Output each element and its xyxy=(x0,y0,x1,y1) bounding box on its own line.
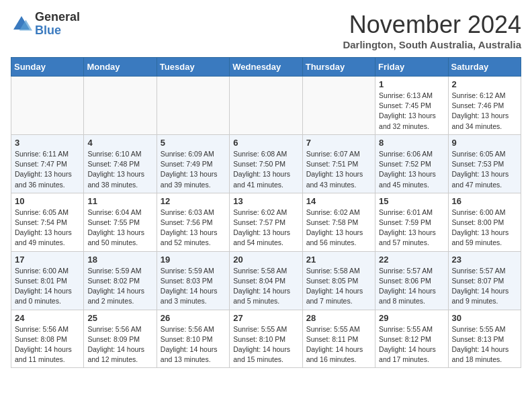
calendar-cell: 27Sunrise: 5:55 AMSunset: 8:10 PMDayligh… xyxy=(230,310,302,368)
calendar-table: SundayMondayTuesdayWednesdayThursdayFrid… xyxy=(11,57,521,368)
calendar-cell: 19Sunrise: 5:59 AMSunset: 8:03 PMDayligh… xyxy=(157,251,229,310)
day-number: 14 xyxy=(306,196,371,206)
day-number: 22 xyxy=(379,255,444,265)
weekday-header: Thursday xyxy=(302,58,375,77)
day-number: 18 xyxy=(87,255,152,265)
day-info: Sunrise: 6:12 AMSunset: 7:46 PMDaylight:… xyxy=(452,91,517,132)
day-info: Sunrise: 6:08 AMSunset: 7:50 PMDaylight:… xyxy=(233,149,298,190)
day-info: Sunrise: 5:56 AMSunset: 8:08 PMDaylight:… xyxy=(15,324,80,365)
calendar-week-row: 1Sunrise: 6:13 AMSunset: 7:45 PMDaylight… xyxy=(11,77,521,135)
day-number: 13 xyxy=(233,196,298,206)
calendar-cell: 8Sunrise: 6:06 AMSunset: 7:52 PMDaylight… xyxy=(375,134,448,193)
calendar-week-row: 3Sunrise: 6:11 AMSunset: 7:47 PMDaylight… xyxy=(11,134,521,193)
weekday-header: Monday xyxy=(84,58,157,77)
weekday-header: Friday xyxy=(375,58,448,77)
day-info: Sunrise: 5:55 AMSunset: 8:13 PMDaylight:… xyxy=(452,324,517,365)
day-info: Sunrise: 6:07 AMSunset: 7:51 PMDaylight:… xyxy=(306,149,371,190)
logo-general: General xyxy=(35,11,80,24)
day-number: 21 xyxy=(306,255,371,265)
day-number: 17 xyxy=(15,255,80,265)
day-info: Sunrise: 5:55 AMSunset: 8:10 PMDaylight:… xyxy=(233,324,298,365)
day-number: 28 xyxy=(306,313,371,323)
calendar-cell xyxy=(11,77,84,135)
logo: General Blue xyxy=(11,11,80,38)
calendar-cell: 11Sunrise: 6:04 AMSunset: 7:55 PMDayligh… xyxy=(84,193,157,251)
weekday-header: Sunday xyxy=(11,58,84,77)
weekday-header: Wednesday xyxy=(230,58,302,77)
day-number: 23 xyxy=(452,255,517,265)
day-number: 4 xyxy=(87,138,152,148)
day-number: 11 xyxy=(87,196,152,206)
calendar-cell: 25Sunrise: 5:56 AMSunset: 8:09 PMDayligh… xyxy=(84,310,157,368)
day-number: 9 xyxy=(452,138,517,148)
day-info: Sunrise: 5:58 AMSunset: 8:04 PMDaylight:… xyxy=(233,266,298,307)
logo-icon xyxy=(11,13,32,35)
calendar-cell: 12Sunrise: 6:03 AMSunset: 7:56 PMDayligh… xyxy=(157,193,229,251)
day-info: Sunrise: 6:03 AMSunset: 7:56 PMDaylight:… xyxy=(161,208,226,248)
calendar-week-row: 24Sunrise: 5:56 AMSunset: 8:08 PMDayligh… xyxy=(11,310,521,368)
calendar-cell: 17Sunrise: 6:00 AMSunset: 8:01 PMDayligh… xyxy=(11,251,84,310)
day-info: Sunrise: 6:05 AMSunset: 7:53 PMDaylight:… xyxy=(452,149,517,190)
weekday-header: Saturday xyxy=(448,58,521,77)
calendar-cell: 26Sunrise: 5:56 AMSunset: 8:10 PMDayligh… xyxy=(157,310,229,368)
day-info: Sunrise: 6:02 AMSunset: 7:58 PMDaylight:… xyxy=(306,208,371,248)
day-number: 16 xyxy=(452,196,517,206)
day-number: 30 xyxy=(452,313,517,323)
calendar-cell: 28Sunrise: 5:55 AMSunset: 8:11 PMDayligh… xyxy=(302,310,375,368)
day-info: Sunrise: 5:55 AMSunset: 8:12 PMDaylight:… xyxy=(379,324,444,365)
day-info: Sunrise: 5:55 AMSunset: 8:11 PMDaylight:… xyxy=(306,324,371,365)
day-info: Sunrise: 5:57 AMSunset: 8:07 PMDaylight:… xyxy=(452,266,517,307)
calendar-cell: 14Sunrise: 6:02 AMSunset: 7:58 PMDayligh… xyxy=(302,193,375,251)
day-number: 12 xyxy=(161,196,226,206)
calendar-cell: 21Sunrise: 5:58 AMSunset: 8:05 PMDayligh… xyxy=(302,251,375,310)
day-number: 7 xyxy=(306,138,371,148)
title-block: November 2024 Darlington, South Australi… xyxy=(343,11,521,50)
day-info: Sunrise: 5:56 AMSunset: 8:10 PMDaylight:… xyxy=(161,324,226,365)
calendar-cell: 4Sunrise: 6:10 AMSunset: 7:48 PMDaylight… xyxy=(84,134,157,193)
page-header: General Blue November 2024 Darlington, S… xyxy=(11,11,521,50)
day-info: Sunrise: 6:06 AMSunset: 7:52 PMDaylight:… xyxy=(379,149,444,190)
calendar-cell: 29Sunrise: 5:55 AMSunset: 8:12 PMDayligh… xyxy=(375,310,448,368)
calendar-cell: 2Sunrise: 6:12 AMSunset: 7:46 PMDaylight… xyxy=(448,77,521,135)
calendar-cell xyxy=(230,77,302,135)
calendar-week-row: 10Sunrise: 6:05 AMSunset: 7:54 PMDayligh… xyxy=(11,193,521,251)
day-number: 8 xyxy=(379,138,444,148)
day-number: 29 xyxy=(379,313,444,323)
day-info: Sunrise: 6:05 AMSunset: 7:54 PMDaylight:… xyxy=(15,208,80,248)
calendar-cell: 20Sunrise: 5:58 AMSunset: 8:04 PMDayligh… xyxy=(230,251,302,310)
day-info: Sunrise: 5:58 AMSunset: 8:05 PMDaylight:… xyxy=(306,266,371,307)
day-number: 3 xyxy=(15,138,80,148)
calendar-cell: 24Sunrise: 5:56 AMSunset: 8:08 PMDayligh… xyxy=(11,310,84,368)
day-info: Sunrise: 6:00 AMSunset: 8:01 PMDaylight:… xyxy=(15,266,80,307)
day-number: 2 xyxy=(452,79,517,89)
calendar-cell: 15Sunrise: 6:01 AMSunset: 7:59 PMDayligh… xyxy=(375,193,448,251)
day-number: 1 xyxy=(379,79,444,89)
day-number: 10 xyxy=(15,196,80,206)
day-info: Sunrise: 6:00 AMSunset: 8:00 PMDaylight:… xyxy=(452,208,517,248)
day-info: Sunrise: 6:10 AMSunset: 7:48 PMDaylight:… xyxy=(87,149,152,190)
calendar-cell: 9Sunrise: 6:05 AMSunset: 7:53 PMDaylight… xyxy=(448,134,521,193)
day-number: 19 xyxy=(161,255,226,265)
calendar-cell: 23Sunrise: 5:57 AMSunset: 8:07 PMDayligh… xyxy=(448,251,521,310)
calendar-cell: 22Sunrise: 5:57 AMSunset: 8:06 PMDayligh… xyxy=(375,251,448,310)
day-info: Sunrise: 6:11 AMSunset: 7:47 PMDaylight:… xyxy=(15,149,80,190)
day-number: 26 xyxy=(161,313,226,323)
calendar-cell xyxy=(157,77,229,135)
day-info: Sunrise: 5:56 AMSunset: 8:09 PMDaylight:… xyxy=(87,324,152,365)
calendar-cell: 5Sunrise: 6:09 AMSunset: 7:49 PMDaylight… xyxy=(157,134,229,193)
day-number: 20 xyxy=(233,255,298,265)
day-info: Sunrise: 6:13 AMSunset: 7:45 PMDaylight:… xyxy=(379,91,444,132)
calendar-cell: 13Sunrise: 6:02 AMSunset: 7:57 PMDayligh… xyxy=(230,193,302,251)
day-number: 6 xyxy=(233,138,298,148)
calendar-cell: 30Sunrise: 5:55 AMSunset: 8:13 PMDayligh… xyxy=(448,310,521,368)
calendar-week-row: 17Sunrise: 6:00 AMSunset: 8:01 PMDayligh… xyxy=(11,251,521,310)
day-info: Sunrise: 5:59 AMSunset: 8:02 PMDaylight:… xyxy=(87,266,152,307)
month-title: November 2024 xyxy=(343,11,521,39)
day-info: Sunrise: 6:04 AMSunset: 7:55 PMDaylight:… xyxy=(87,208,152,248)
day-number: 15 xyxy=(379,196,444,206)
day-info: Sunrise: 6:01 AMSunset: 7:59 PMDaylight:… xyxy=(379,208,444,248)
day-number: 25 xyxy=(87,313,152,323)
calendar-cell: 16Sunrise: 6:00 AMSunset: 8:00 PMDayligh… xyxy=(448,193,521,251)
calendar-cell: 7Sunrise: 6:07 AMSunset: 7:51 PMDaylight… xyxy=(302,134,375,193)
calendar-cell: 18Sunrise: 5:59 AMSunset: 8:02 PMDayligh… xyxy=(84,251,157,310)
